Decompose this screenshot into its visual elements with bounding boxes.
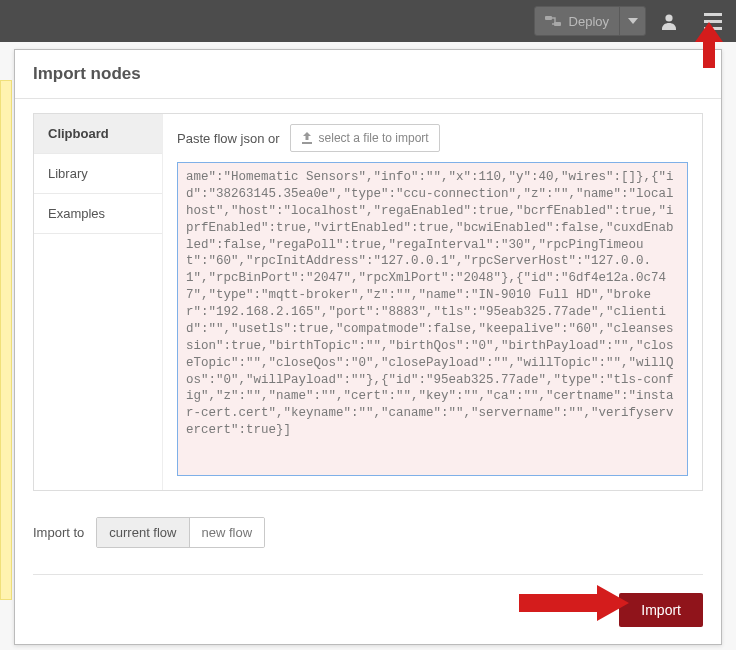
import-button[interactable]: Import xyxy=(619,593,703,627)
dialog-title: Import nodes xyxy=(15,50,721,99)
deploy-dropdown-toggle[interactable] xyxy=(619,7,645,35)
seg-new-flow[interactable]: new flow xyxy=(189,518,265,547)
callout-arrow-import xyxy=(519,585,629,621)
main-menu-button[interactable] xyxy=(698,6,728,36)
clipboard-pane: Paste flow json or select a file to impo… xyxy=(162,114,702,490)
import-dialog: Import nodes Clipboard Library Examples … xyxy=(14,49,722,645)
dialog-footer: Import xyxy=(15,575,721,644)
seg-current-flow[interactable]: current flow xyxy=(97,518,188,547)
upload-icon xyxy=(301,132,313,144)
dialog-body: Clipboard Library Examples Paste flow js… xyxy=(33,113,703,491)
svg-rect-3 xyxy=(302,142,312,144)
import-to-row: Import to current flow new flow xyxy=(33,517,703,575)
deploy-button-group[interactable]: Deploy xyxy=(534,6,646,36)
import-source-tabs: Clipboard Library Examples xyxy=(34,114,162,490)
deploy-label: Deploy xyxy=(569,14,609,29)
svg-rect-0 xyxy=(545,16,552,20)
user-icon xyxy=(660,12,690,30)
svg-point-2 xyxy=(665,14,672,21)
import-target-segmented: current flow new flow xyxy=(96,517,265,548)
select-file-button[interactable]: select a file to import xyxy=(290,124,440,152)
tab-clipboard[interactable]: Clipboard xyxy=(34,114,162,154)
flow-json-input[interactable] xyxy=(177,162,688,476)
tab-library[interactable]: Library xyxy=(34,154,162,194)
deploy-icon xyxy=(545,14,561,28)
tab-examples[interactable]: Examples xyxy=(34,194,162,234)
app-topbar: Deploy xyxy=(0,0,736,42)
select-file-label: select a file to import xyxy=(319,131,429,145)
deploy-button[interactable]: Deploy xyxy=(535,7,619,35)
caret-down-icon xyxy=(628,18,638,24)
paste-label: Paste flow json or xyxy=(177,131,280,146)
user-menu[interactable] xyxy=(660,12,690,30)
import-to-label: Import to xyxy=(33,525,84,540)
paste-row: Paste flow json or select a file to impo… xyxy=(177,124,688,152)
